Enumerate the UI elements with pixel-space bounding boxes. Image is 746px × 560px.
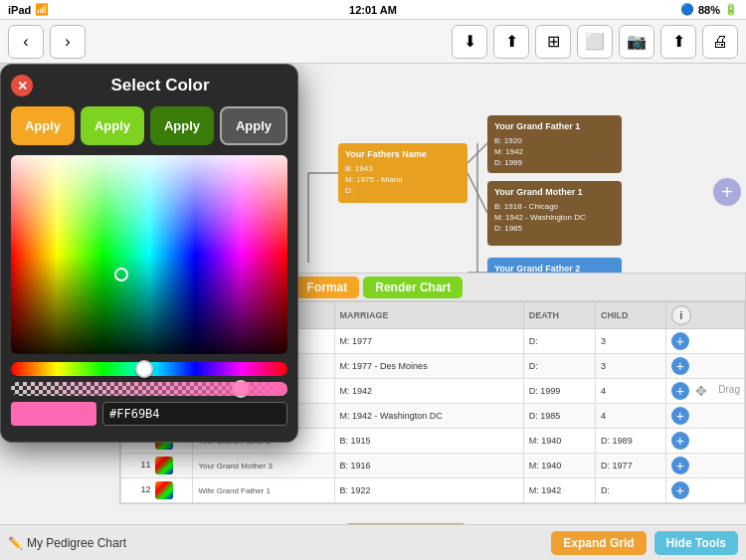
add-row-button[interactable]: + (671, 382, 689, 400)
battery-level: 88% (698, 4, 720, 16)
grid-button[interactable]: ⊞ (535, 25, 571, 59)
add-row-button[interactable]: + (671, 407, 689, 425)
print-button[interactable]: 🖨 (702, 25, 738, 59)
table-row: 12 Wife Grand Father 1 B: 1922 M: 1942 D… (121, 478, 745, 503)
modal-title: Select Color (33, 76, 287, 95)
col-marriage: MARRIAGE (334, 302, 523, 329)
alpha-thumb[interactable] (232, 380, 250, 398)
apply-green-light-button[interactable]: Apply (81, 106, 144, 145)
status-time: 12:01 AM (349, 4, 397, 16)
drag-label: Drag (718, 383, 740, 394)
cell-birth: B: 1922 (334, 478, 523, 503)
row-num: 12 (121, 478, 193, 503)
cell-action[interactable]: + (665, 478, 744, 503)
cell-marriage: M: 1977 - Des Moines (334, 354, 523, 379)
cell-birth: B: 1915 (334, 429, 523, 454)
expand-grid-button[interactable]: Expand Grid (551, 531, 646, 555)
hide-tools-button[interactable]: Hide Tools (654, 531, 738, 555)
cell-marriage: M: 1942 (334, 379, 523, 404)
color-picker-modal: ✕ Select Color Apply Apply Apply Apply (0, 64, 338, 481)
back-button[interactable]: ‹ (8, 25, 44, 59)
cell-death: D: 1989 (596, 429, 666, 454)
add-row-button[interactable]: + (671, 332, 689, 350)
cell-child: 4 (596, 379, 666, 404)
col-death: DEATH (523, 302, 595, 329)
pedigree-box-fathers-name[interactable]: Your Fathers Name B: 1943M: 1975 - Miami… (338, 143, 467, 203)
cell-birth: B: 1916 (334, 454, 523, 478)
export-button[interactable]: ⬆ (660, 25, 696, 59)
add-row-button[interactable]: + (671, 457, 689, 474)
gradient-overlay (11, 155, 287, 354)
cell-marriage: M: 1942 - Washington DC (334, 404, 523, 429)
cell-death: D: (523, 354, 595, 379)
pedigree-box-grandmother1[interactable]: Your Grand Mother 1 B: 1918 - ChicagoM: … (487, 181, 622, 246)
add-row-button[interactable]: + (671, 432, 689, 450)
cell-name: Wife Grand Father 1 (193, 478, 334, 503)
chart-title-label: ✏️ My Pedigree Chart (8, 536, 126, 550)
apply-gray-button[interactable]: Apply (220, 106, 287, 145)
hex-input[interactable] (102, 402, 287, 426)
cell-marriage: M: 1942 (523, 478, 595, 503)
cell-action[interactable]: + Drag (665, 354, 744, 379)
cell-child: 4 (596, 404, 666, 429)
apply-buttons-row: Apply Apply Apply Apply (11, 106, 287, 145)
pedigree-box-grandfather1[interactable]: Your Grand Father 1 B: 1920M: 1942D: 199… (487, 115, 622, 173)
main-content: My Pedigree Chart Your Fathers Name B: 1… (0, 64, 746, 560)
alpha-slider[interactable] (11, 382, 287, 396)
col-child: CHILD (596, 302, 666, 329)
forward-button[interactable]: › (50, 25, 86, 59)
drag-icon: ✥ (695, 383, 707, 399)
info-button[interactable]: i (671, 305, 691, 325)
color-preview-swatch (11, 402, 96, 426)
hue-slider[interactable] (11, 362, 287, 376)
battery-icon: 🔋 (724, 3, 738, 16)
cell-child: 3 (596, 354, 666, 379)
modal-close-button[interactable]: ✕ (11, 75, 33, 96)
status-bar: iPad 📶 12:01 AM 🔵 88% 🔋 (0, 0, 746, 20)
cell-child: 3 (596, 329, 666, 354)
cell-action[interactable]: + (665, 454, 744, 478)
status-ipad: iPad (8, 4, 31, 16)
hue-thumb[interactable] (135, 360, 153, 378)
edit-icon: ✏️ (8, 536, 23, 550)
cell-action[interactable]: + (665, 429, 744, 454)
cell-death: D: 1985 (523, 404, 595, 429)
col-action: i (665, 302, 744, 329)
color-gradient-picker[interactable] (11, 155, 287, 354)
download-button[interactable]: ⬇ (452, 25, 487, 59)
apply-green-dark-button[interactable]: Apply (150, 106, 214, 145)
color-preview-row (11, 402, 287, 426)
cell-death: D: 1977 (596, 454, 666, 478)
bottom-bar: ✏️ My Pedigree Chart Expand Grid Hide To… (0, 524, 746, 560)
cell-marriage: M: 1940 (523, 429, 595, 454)
cell-action[interactable]: + (665, 329, 744, 354)
cell-action[interactable]: + (665, 404, 744, 429)
cell-death: D: (596, 478, 666, 503)
row-thumbnail (155, 481, 173, 499)
main-toolbar: ‹ › ⬇ ⬆ ⊞ ⬜ 📷 ⬆ 🖨 (0, 20, 746, 64)
apply-orange-button[interactable]: Apply (11, 106, 75, 145)
add-row-button[interactable]: + (671, 357, 689, 375)
modal-header: ✕ Select Color (11, 75, 287, 96)
color-picker-panel: ✕ Select Color Apply Apply Apply Apply (0, 64, 298, 443)
cell-marriage: M: 1940 (523, 454, 595, 478)
render-chart-button[interactable]: Render Chart (363, 277, 463, 298)
cell-death: D: 1999 (523, 379, 595, 404)
cell-death: D: (523, 329, 595, 354)
share-button[interactable]: ⬆ (493, 25, 529, 59)
bluetooth-icon: 🔵 (680, 3, 694, 16)
add-row-button[interactable]: + (671, 481, 689, 499)
camera-button[interactable]: 📷 (619, 25, 654, 59)
wifi-icon: 📶 (35, 3, 49, 16)
cell-marriage: M: 1977 (334, 329, 523, 354)
window-button[interactable]: ⬜ (577, 25, 613, 59)
zoom-plus-button[interactable]: + (713, 178, 741, 206)
